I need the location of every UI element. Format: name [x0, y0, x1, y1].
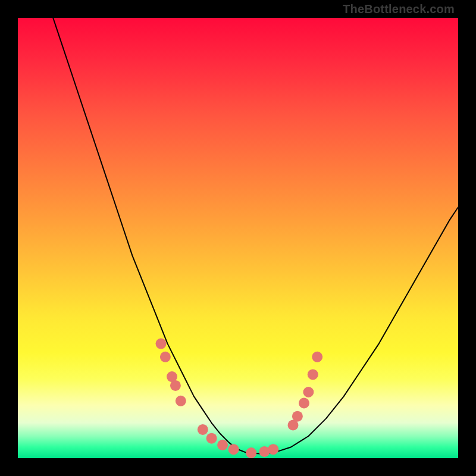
- bottleneck-curve: [53, 18, 458, 454]
- scatter-point: [308, 369, 318, 380]
- scatter-point: [206, 433, 217, 444]
- scatter-point: [303, 387, 314, 397]
- scatter-point: [292, 411, 303, 422]
- scatter-points-group: [156, 339, 323, 459]
- scatter-point: [170, 380, 181, 391]
- scatter-point: [217, 440, 228, 450]
- plot-area: [18, 18, 458, 458]
- scatter-point: [228, 444, 239, 455]
- scatter-point: [160, 352, 171, 362]
- scatter-point: [299, 398, 309, 409]
- curve-layer: [18, 18, 458, 458]
- scatter-point: [198, 424, 208, 435]
- scatter-point: [156, 339, 167, 349]
- scatter-point: [312, 352, 322, 362]
- scatter-point: [268, 444, 278, 455]
- watermark-text: TheBottleneck.com: [343, 2, 455, 16]
- scatter-point: [246, 447, 256, 458]
- chart-frame: TheBottleneck.com: [0, 0, 476, 476]
- scatter-point: [176, 396, 186, 406]
